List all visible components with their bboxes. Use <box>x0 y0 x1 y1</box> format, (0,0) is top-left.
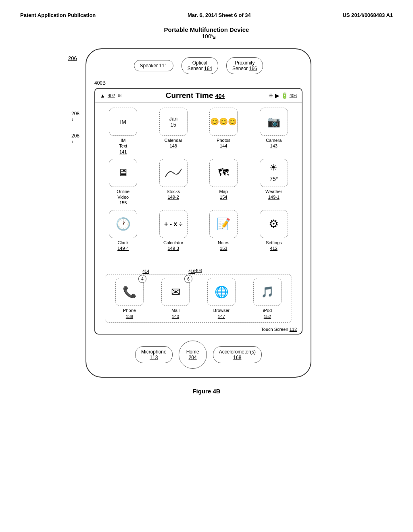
phone-badge: 4 <box>138 275 146 283</box>
app-icon-calculator: + - x ÷ <box>159 210 188 238</box>
label-400b: 400B <box>94 80 302 86</box>
app-icon-photos: 😊😊😊 <box>209 108 238 136</box>
app-icon-video: 🖥 <box>109 159 137 187</box>
app-icon-stocks <box>159 159 188 187</box>
touch-screen-label: Touch Screen 112 <box>95 327 302 334</box>
bluetooth-icon: ✳ <box>269 92 273 99</box>
app-label-stocks: Stocks149-2 <box>167 189 180 200</box>
diagram-title-area: Portable Multifunction Device 100 ↘ <box>164 26 249 41</box>
dock-icon-phone: 📞 4 414 <box>115 278 144 306</box>
app-stocks[interactable]: Stocks149-2 <box>150 159 197 206</box>
app-label-camera: Camera143 <box>266 137 282 149</box>
app-im-text[interactable]: IM IMText141 <box>100 108 146 155</box>
sensor-optical: OpticalSensor 164 <box>181 57 218 74</box>
app-camera[interactable]: 📷 Camera143 <box>251 108 297 155</box>
status-left: ▲ 402 ≋ <box>100 93 122 99</box>
dock-icon-ipod: 🎵 <box>253 278 282 306</box>
dock-label-phone: Phone138 <box>123 308 136 319</box>
app-label-notes: Notes153 <box>218 240 229 251</box>
app-icon-notes: 📝 <box>209 210 238 238</box>
status-bar: ▲ 402 ≋ Current Time 404 ✳ ▶ <box>95 89 302 103</box>
signal-icon: ▲ <box>100 93 105 99</box>
dock-phone[interactable]: 📞 4 414 Phone138 <box>108 278 150 319</box>
outer-device: 206 Speaker 111 OpticalSensor 164 Proxim… <box>86 48 311 378</box>
current-time-label: Current Time 404 <box>166 91 225 100</box>
dock-mail[interactable]: ✉ 6 410 Mail140 <box>154 278 196 319</box>
dock-label-mail: Mail140 <box>171 308 179 319</box>
app-icon-im: IM <box>109 108 137 136</box>
label-208-top: 208 ↕ <box>71 111 79 122</box>
app-label-photos: Photos144 <box>217 137 230 149</box>
app-icon-settings: ⚙ <box>260 210 288 238</box>
patent-header: Patent Application Publication Mar. 6, 2… <box>8 8 405 22</box>
app-online-video[interactable]: 🖥 OnlineVideo155 <box>100 159 146 206</box>
app-weather[interactable]: ☀75° Weather149-1 <box>251 159 297 206</box>
dock-area: 📞 4 414 Phone138 ✉ 6 <box>105 274 292 323</box>
app-label-calendar: Calendar148 <box>164 137 182 149</box>
app-label-clock: Clock149-4 <box>117 240 129 251</box>
app-icon-camera: 📷 <box>260 108 288 136</box>
app-label-video: OnlineVideo155 <box>117 189 129 206</box>
app-map[interactable]: 🗺 Map154 <box>200 159 247 206</box>
battery-icon: 🔋 <box>281 92 288 99</box>
app-icon-clock: 🕐 <box>109 210 137 238</box>
sensor-microphone: Microphone113 <box>135 346 173 363</box>
app-label-map: Map154 <box>219 189 228 200</box>
header-right: US 2014/0068483 A1 <box>342 12 393 18</box>
status-right: ✳ ▶ 🔋 406 <box>269 92 297 99</box>
label-206: 206 <box>68 55 77 61</box>
app-photos[interactable]: 😊😊😊 Photos144 <box>200 108 247 155</box>
stocks-chart-svg <box>163 165 184 181</box>
app-notes[interactable]: 📝 Notes153 <box>200 210 247 251</box>
app-label-calculator: Calculator149-3 <box>163 240 184 251</box>
badge-410-label: 410 <box>188 269 195 274</box>
app-label-weather: Weather149-1 <box>265 189 282 200</box>
time-num: 404 <box>215 93 225 99</box>
bottom-sensors: Microphone113 Home204 Accelerometer(s)16… <box>94 341 302 369</box>
dock-label-408: 408 <box>195 268 202 273</box>
status-signal-num: 402 <box>108 93 115 98</box>
dock-icon-browser: 🌐 <box>207 278 236 306</box>
dock-label-ipod: iPod152 <box>263 308 272 319</box>
sensor-home[interactable]: Home204 <box>179 341 207 369</box>
app-calculator[interactable]: + - x ÷ Calculator149-3 <box>150 210 197 251</box>
dock-icon-mail: ✉ 6 410 <box>161 278 190 306</box>
sensor-proximity: ProximitySensor 166 <box>226 57 263 74</box>
sensor-speaker: Speaker 111 <box>134 60 173 71</box>
app-label-im: IMText141 <box>119 137 127 155</box>
sensors-row: Speaker 111 OpticalSensor 164 ProximityS… <box>94 57 302 74</box>
app-icon-weather: ☀75° <box>260 159 288 187</box>
status-icons-num: 406 <box>290 93 297 98</box>
header-left: Patent Application Publication <box>20 12 96 18</box>
page: Patent Application Publication Mar. 6, 2… <box>0 0 413 532</box>
dock-ipod[interactable]: 🎵 iPod152 <box>246 278 288 319</box>
diagram-title-line1: Portable Multifunction Device <box>164 26 249 33</box>
app-clock[interactable]: 🕐 Clock149-4 <box>100 210 146 251</box>
outer-wrapper: 208 ↕ 208 ↕ 206 Speaker 111 <box>86 44 327 378</box>
app-settings[interactable]: ⚙ Settings412 <box>251 210 297 251</box>
app-label-settings: Settings412 <box>266 240 282 251</box>
wifi-icon: ≋ <box>117 93 122 99</box>
header-center: Mar. 6, 2014 Sheet 6 of 34 <box>188 12 251 18</box>
label-208-bot: 208 ↕ <box>71 133 79 144</box>
play-icon: ▶ <box>275 92 280 99</box>
inner-screen: ▲ 402 ≋ Current Time 404 ✳ ▶ <box>94 88 302 335</box>
badge-414-label: 414 <box>142 269 149 274</box>
app-icon-calendar: Jan15 <box>159 108 188 136</box>
app-icon-map: 🗺 <box>209 159 238 187</box>
dock-browser[interactable]: 🌐 Browser147 <box>200 278 242 319</box>
figure-caption: Figure 4B <box>192 388 220 395</box>
diagram-area: Portable Multifunction Device 100 ↘ 208 … <box>8 26 405 395</box>
app-grid: IM IMText141 Jan15 Calendar148 <box>95 103 302 256</box>
sensor-accelerometer: Accelerometer(s)168 <box>213 346 262 363</box>
mail-badge: 6 <box>184 275 192 283</box>
dock-wrapper: 408 📞 4 414 Phone138 <box>100 274 297 323</box>
app-calendar[interactable]: Jan15 Calendar148 <box>150 108 197 155</box>
dock-label-browser: Browser147 <box>213 308 229 319</box>
